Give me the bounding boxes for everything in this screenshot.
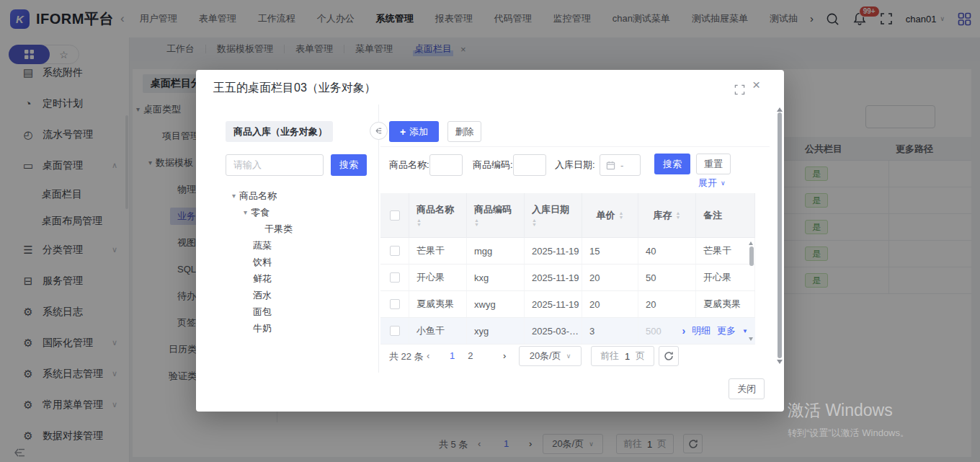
- code-filter-label: 商品编码:: [473, 154, 513, 176]
- row-checkbox[interactable]: [390, 272, 400, 283]
- date-filter-label: 入库日期:: [555, 154, 595, 176]
- sort-icons[interactable]: ▲▼: [532, 218, 537, 227]
- refresh-icon: [664, 351, 674, 361]
- prev-page-icon[interactable]: ‹: [427, 350, 429, 361]
- sort-icons[interactable]: ▲▼: [619, 211, 624, 220]
- name-filter-label: 商品名称:: [389, 154, 429, 176]
- tree-search-button[interactable]: 搜索: [331, 154, 367, 176]
- scroll-up-icon: [777, 105, 783, 112]
- cell-stock: 40: [638, 238, 696, 264]
- desktop-column-dialog: 王五的桌面栏目03（业务对象） × 商品入库（业务对象） 请输入 搜索 ▾ 商品…: [196, 70, 784, 412]
- toolbar-divider: [380, 146, 770, 147]
- col-header-price[interactable]: 单价▲▼: [582, 193, 638, 237]
- cell-name: 小鱼干: [409, 318, 467, 344]
- cell-note: 芒果干: [696, 238, 755, 264]
- calendar-icon: [606, 161, 615, 170]
- object-name-box: 商品入库（业务对象）: [226, 121, 333, 142]
- dialog-fullscreen-icon[interactable]: [734, 84, 745, 97]
- dialog-close-icon[interactable]: ×: [752, 77, 760, 93]
- product-tree-node[interactable]: 酒水: [226, 287, 373, 303]
- detail-link[interactable]: 明细: [692, 324, 710, 337]
- product-tree-node[interactable]: 鲜花: [226, 270, 373, 287]
- col-header-name[interactable]: 商品名称▲▼: [409, 193, 467, 237]
- name-filter-input[interactable]: [429, 154, 463, 176]
- cell-date: 2025-11-19: [525, 238, 582, 264]
- table-body: 芒果干 mgg 2025-11-19 15 40 芒果干 开心果 kxg 202…: [380, 238, 755, 345]
- products-table: 商品名称▲▼ 商品编码▲▼ 入库日期▲▼ 单价▲▼ 库存▲▼ 备注 芒果干 mg…: [380, 193, 755, 345]
- product-tree-node[interactable]: 干果类: [226, 221, 373, 237]
- product-tree: ▾ 商品名称 ▾ 零食 干果类 蔬菜: [226, 187, 373, 337]
- col-header-note[interactable]: 备注: [696, 193, 755, 237]
- table-row[interactable]: 夏威夷果 xwyg 2025-11-19 20 20 夏威夷果: [380, 291, 755, 318]
- col-header-date[interactable]: 入库日期▲▼: [525, 193, 582, 237]
- tree-expand-arrow-icon[interactable]: ▾: [244, 208, 247, 216]
- cell-date: 2025-11-19: [525, 291, 582, 317]
- product-tree-node[interactable]: 饮料: [226, 254, 373, 270]
- row-checkbox[interactable]: [390, 246, 400, 256]
- tree-expand-arrow-icon[interactable]: ▾: [232, 192, 236, 200]
- dialog-title: 王五的桌面栏目03（业务对象）: [213, 81, 376, 96]
- table-row[interactable]: 开心果 kxg 2025-11-19 20 50 开心果: [380, 265, 755, 291]
- dialog-scrollbar[interactable]: [777, 105, 783, 367]
- scrollbar-thumb: [749, 246, 754, 266]
- cell-note: 夏威夷果: [696, 291, 755, 317]
- col-header-stock[interactable]: 库存▲▼: [638, 193, 696, 237]
- cell-name: 开心果: [409, 265, 467, 290]
- page-size-select[interactable]: 20条/页 ∨: [519, 346, 582, 366]
- goto-page-input[interactable]: 前往 1 页: [591, 346, 654, 366]
- scroll-down-icon: [777, 360, 783, 367]
- cell-note: 开心果: [696, 265, 755, 290]
- table-row[interactable]: 小鱼干 xyg 2025-03-… 3 500 › 明细 更多 ▼: [380, 318, 755, 345]
- cell-date: 2025-03-…: [525, 318, 582, 344]
- cell-price: 20: [582, 265, 638, 290]
- cell-price: 15: [582, 238, 638, 264]
- sort-icons[interactable]: ▲▼: [676, 211, 681, 220]
- page-number[interactable]: 2: [468, 350, 473, 361]
- total-count: 共 22 条: [389, 350, 424, 363]
- table-scrollbar[interactable]: [748, 238, 755, 345]
- product-tree-node[interactable]: ▾ 零食: [226, 204, 373, 221]
- cell-price: 20: [582, 291, 638, 317]
- code-filter-input[interactable]: [513, 154, 546, 176]
- cell-code: xyg: [467, 318, 525, 344]
- table-header-row: 商品名称▲▼ 商品编码▲▼ 入库日期▲▼ 单价▲▼ 库存▲▼ 备注: [380, 193, 755, 238]
- product-tree-node[interactable]: ▾ 商品名称: [226, 187, 373, 204]
- dialog-pagination: 共 22 条 ‹ 1 2 › 20条/页 ∨ 前往 1 页: [380, 345, 770, 367]
- chevron-down-icon: ∨: [566, 352, 571, 360]
- collapse-left-icon: [374, 126, 383, 136]
- product-tree-node[interactable]: 蔬菜: [226, 237, 373, 254]
- collapse-panel-button[interactable]: [370, 122, 388, 140]
- tree-search-input[interactable]: 请输入: [226, 154, 324, 176]
- row-checkbox[interactable]: [390, 326, 400, 336]
- cell-name: 夏威夷果: [409, 291, 467, 317]
- plus-icon: +: [400, 126, 406, 138]
- next-page-icon[interactable]: ›: [503, 350, 506, 361]
- scrollbar-thumb: [778, 112, 782, 358]
- sort-icons[interactable]: ▲▼: [416, 218, 422, 227]
- date-range-picker[interactable]: -: [600, 154, 641, 176]
- sort-icons[interactable]: ▲▼: [474, 218, 479, 227]
- more-link[interactable]: 更多: [717, 324, 736, 337]
- row-actions: › 明细 更多 ▼: [676, 318, 755, 344]
- table-row[interactable]: 芒果干 mgg 2025-11-19 15 40 芒果干: [380, 238, 755, 265]
- refresh-button[interactable]: [659, 346, 679, 366]
- search-button[interactable]: 搜索: [654, 154, 690, 174]
- chevron-down-icon: ∨: [721, 179, 726, 187]
- close-button[interactable]: 关闭: [729, 378, 765, 399]
- row-checkbox[interactable]: [390, 299, 400, 309]
- col-header-code[interactable]: 商品编码▲▼: [467, 193, 525, 237]
- cell-name: 芒果干: [409, 238, 467, 264]
- delete-button[interactable]: 删除: [447, 121, 481, 142]
- select-all-checkbox[interactable]: [390, 210, 400, 221]
- reset-button[interactable]: 重置: [696, 154, 731, 174]
- cell-stock: 50: [638, 265, 696, 290]
- add-button[interactable]: + 添加: [389, 121, 439, 142]
- page-number[interactable]: 1: [450, 350, 455, 361]
- expand-row-icon[interactable]: ›: [682, 325, 685, 337]
- cell-date: 2025-11-19: [525, 265, 582, 290]
- scroll-up-icon: [749, 239, 753, 245]
- expand-link[interactable]: 展开 ∨: [698, 177, 726, 190]
- product-tree-node[interactable]: 牛奶: [226, 320, 373, 337]
- product-tree-node[interactable]: 面包: [226, 303, 373, 320]
- panel-divider: [378, 105, 379, 373]
